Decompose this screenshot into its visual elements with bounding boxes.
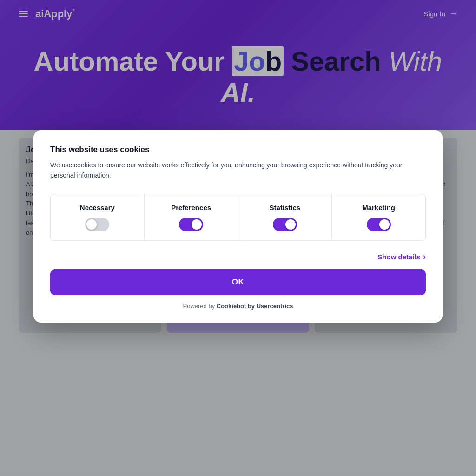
powered-by-brand: Cookiebot by Usercentrics xyxy=(217,303,293,310)
toggle-section-statistics: Statistics xyxy=(238,194,332,240)
toggle-preferences[interactable] xyxy=(179,218,203,231)
toggle-label-preferences: Preferences xyxy=(171,204,211,212)
show-details-label: Show details xyxy=(377,253,420,261)
show-details-row: Show details › xyxy=(50,252,426,262)
modal-description: We use cookies to ensure our website wor… xyxy=(50,160,426,181)
toggle-thumb-statistics xyxy=(285,219,296,230)
show-details-button[interactable]: Show details › xyxy=(377,252,426,262)
toggles-row: Necessary Preferences Statistics Marketi… xyxy=(50,194,426,241)
ok-button[interactable]: OK xyxy=(50,269,426,295)
toggle-label-marketing: Marketing xyxy=(362,204,395,212)
toggle-label-statistics: Statistics xyxy=(270,204,301,212)
toggle-thumb-necessary xyxy=(86,219,97,230)
powered-by: Powered by Cookiebot by Usercentrics xyxy=(50,303,426,310)
toggle-section-preferences: Preferences xyxy=(145,194,238,240)
toggle-thumb-marketing xyxy=(379,219,390,230)
chevron-right-icon: › xyxy=(423,252,426,262)
toggle-thumb-preferences xyxy=(192,219,202,230)
toggle-section-necessary: Necessary xyxy=(51,194,145,240)
toggle-label-necessary: Necessary xyxy=(80,204,115,212)
modal-title: This website uses cookies xyxy=(50,145,426,154)
toggle-section-marketing: Marketing xyxy=(332,194,425,240)
cookie-modal: This website uses cookies We use cookies… xyxy=(33,130,443,323)
toggle-marketing[interactable] xyxy=(367,218,391,231)
toggle-necessary[interactable] xyxy=(85,218,109,231)
toggle-statistics[interactable] xyxy=(273,218,297,231)
powered-by-prefix: Powered by xyxy=(183,303,217,310)
